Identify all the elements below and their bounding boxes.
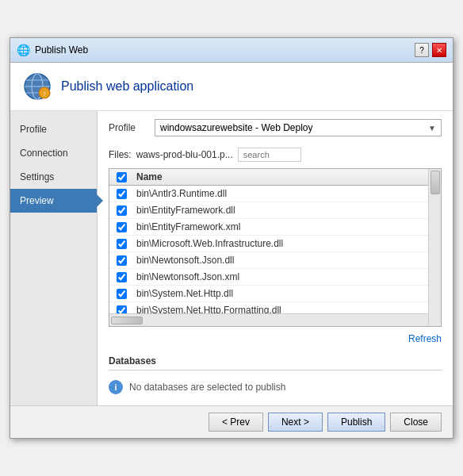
file-list-column-name: Name <box>133 171 428 182</box>
sidebar-item-connection[interactable]: Connection <box>10 141 97 165</box>
file-name-5: bin\Newtonsoft.Json.dll <box>133 254 428 267</box>
profile-dropdown[interactable]: windowsazurewebsite - Web Deploy ▼ <box>155 119 442 136</box>
row-checkbox-4 <box>109 239 133 249</box>
file-list-header: Name <box>109 169 428 186</box>
profile-label: Profile <box>109 122 148 133</box>
select-all-checkbox[interactable] <box>117 172 127 182</box>
title-bar: 🌐 Publish Web ? ✕ <box>10 38 453 63</box>
dropdown-arrow-icon: ▼ <box>428 124 436 132</box>
file-table-rows: bin\Antlr3.Runtime.dll bin\EntityFramewo… <box>109 186 428 313</box>
row-checkbox-6 <box>109 272 133 282</box>
close-window-button[interactable]: ✕ <box>432 43 446 57</box>
file-name-3: bin\EntityFramework.xml <box>133 221 428 233</box>
table-row: bin\Antlr3.Runtime.dll <box>109 186 428 202</box>
publish-globe-icon: ↑ <box>23 72 52 101</box>
prev-button[interactable]: < Prev <box>209 413 263 432</box>
svg-text:↑: ↑ <box>43 90 47 98</box>
profile-dropdown-value: windowsazurewebsite - Web Deploy <box>160 122 313 133</box>
close-button[interactable]: Close <box>390 413 442 432</box>
dialog-body: Profile Connection Settings Preview Prof… <box>10 111 453 405</box>
file-name-8: bin\System.Net.Http.Formatting.dll <box>133 304 428 313</box>
dialog-header-title: Publish web application <box>61 79 193 94</box>
row-checkbox-7 <box>109 289 133 299</box>
window-icon: 🌐 <box>17 44 30 56</box>
publish-button[interactable]: Publish <box>327 413 385 432</box>
info-icon: i <box>109 380 123 394</box>
databases-info: i No databases are selected to publish <box>109 377 442 397</box>
dialog-header: ↑ Publish web application <box>10 63 453 111</box>
row-checkbox-2 <box>109 205 133 216</box>
files-path: waws-prod-blu-001.p... <box>136 149 233 160</box>
vertical-scrollbar-thumb[interactable] <box>430 171 440 194</box>
table-row: bin\EntityFramework.dll <box>109 202 428 219</box>
table-row: bin\Microsoft.Web.Infrastructure.dll <box>109 236 428 252</box>
help-button[interactable]: ? <box>415 43 429 57</box>
sidebar-item-settings[interactable]: Settings <box>10 165 97 189</box>
file-name-7: bin\System.Net.Http.dll <box>133 287 428 300</box>
title-bar-controls: ? ✕ <box>415 43 446 57</box>
databases-message: No databases are selected to publish <box>129 382 285 393</box>
search-input[interactable] <box>238 148 301 162</box>
publish-web-dialog: 🌐 Publish Web ? ✕ ↑ Publish web applicat… <box>10 37 453 439</box>
files-label: Files: <box>109 149 132 160</box>
file-name-2: bin\EntityFramework.dll <box>133 204 428 217</box>
dialog-footer: < Prev Next > Publish Close <box>10 405 453 438</box>
title-bar-left: 🌐 Publish Web <box>17 44 88 56</box>
header-checkbox-cell <box>109 171 133 182</box>
refresh-link[interactable]: Refresh <box>408 332 442 346</box>
table-row: bin\System.Net.Http.dll <box>109 286 428 302</box>
databases-section: Databases i No databases are selected to… <box>109 355 442 397</box>
files-row: Files: waws-prod-blu-001.p... <box>109 148 442 162</box>
databases-title: Databases <box>109 355 442 370</box>
main-content: Profile windowsazurewebsite - Web Deploy… <box>98 111 453 405</box>
horizontal-scrollbar-thumb[interactable] <box>111 317 143 324</box>
file-table-wrapper: Name bin\Antlr3.Runtime.dll bin\EntityFr… <box>109 168 442 327</box>
row-checkbox-8 <box>109 305 133 314</box>
table-row: bin\EntityFramework.xml <box>109 219 428 236</box>
file-name-1: bin\Antlr3.Runtime.dll <box>133 187 428 200</box>
sidebar-item-profile[interactable]: Profile <box>10 117 97 141</box>
sidebar: Profile Connection Settings Preview <box>10 111 98 405</box>
horizontal-scrollbar[interactable] <box>109 313 428 326</box>
file-table-inner: Name bin\Antlr3.Runtime.dll bin\EntityFr… <box>109 169 428 326</box>
row-checkbox-3 <box>109 222 133 232</box>
file-name-4: bin\Microsoft.Web.Infrastructure.dll <box>133 237 428 250</box>
refresh-row: Refresh <box>109 333 442 344</box>
next-button[interactable]: Next > <box>268 413 323 432</box>
profile-row: Profile windowsazurewebsite - Web Deploy… <box>109 119 442 136</box>
sidebar-item-preview[interactable]: Preview <box>10 189 97 213</box>
row-checkbox-5 <box>109 255 133 266</box>
window-title: Publish Web <box>35 44 88 56</box>
table-row: bin\Newtonsoft.Json.dll <box>109 252 428 269</box>
file-name-6: bin\Newtonsoft.Json.xml <box>133 271 428 283</box>
vertical-scrollbar[interactable] <box>428 169 441 326</box>
row-checkbox-1 <box>109 189 133 199</box>
table-row: bin\System.Net.Http.Formatting.dll <box>109 302 428 313</box>
table-row: bin\Newtonsoft.Json.xml <box>109 269 428 286</box>
